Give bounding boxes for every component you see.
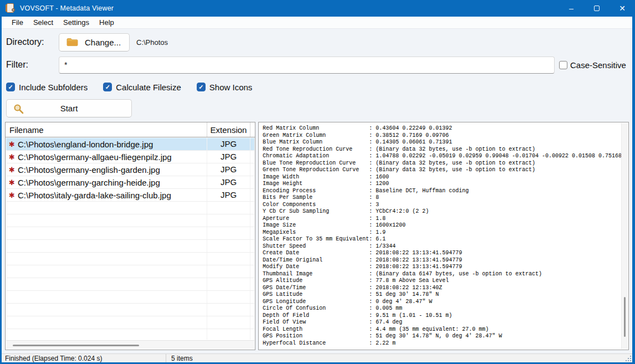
menu-help[interactable]: Help xyxy=(94,18,119,27)
metadata-panel: Red Matrix Column : 0.43604 0.22249 0.01… xyxy=(258,122,629,350)
folder-icon xyxy=(66,38,78,47)
options-row: ✓Include Subfolders✓Calculate Filesize✓S… xyxy=(6,81,628,93)
image-file-icon: ✱ xyxy=(6,166,18,174)
vertical-scrollbar[interactable] xyxy=(621,123,628,349)
table-row-empty xyxy=(6,253,254,265)
filename-cell: C:\Photos\germany-english-garden.jpg xyxy=(18,165,160,175)
start-button-label: Start xyxy=(60,104,78,113)
image-file-icon: ✱ xyxy=(6,191,18,199)
metadata-text: Red Matrix Column : 0.43604 0.22249 0.01… xyxy=(263,125,619,347)
horizontal-scrollbar-thumb[interactable] xyxy=(13,345,139,346)
filename-cell: C:\Photos\italy-garda-lake-sailing-club.… xyxy=(18,191,171,200)
case-sensitive-checkbox[interactable]: Case-Sensitive xyxy=(559,60,626,70)
file-list-panel: Filename Extension ✱C:\Photos\england-lo… xyxy=(5,122,255,350)
checkbox-checked-icon: ✓ xyxy=(197,83,206,91)
window-title: VOVSOFT - Metadata Viewer xyxy=(20,4,114,12)
table-row[interactable]: ✱C:\Photos\germany-english-garden.jpgJPG xyxy=(6,163,254,176)
extension-cell xyxy=(207,253,250,265)
table-row-empty xyxy=(6,304,254,316)
app-window: VOVSOFT - Metadata Viewer – ✕ FileSelect… xyxy=(0,0,635,364)
main-content: Directory: Change... C:\Photos Filter: C… xyxy=(2,29,632,353)
search-icon xyxy=(13,104,24,114)
table-row-empty xyxy=(6,329,254,340)
start-button[interactable]: Start xyxy=(6,99,132,117)
checkbox-show-icons[interactable]: ✓Show Icons xyxy=(197,81,253,93)
extension-cell: JPG xyxy=(207,163,250,176)
menu-select[interactable]: Select xyxy=(28,18,58,27)
directory-path: C:\Photos xyxy=(136,38,168,47)
extension-cell xyxy=(207,214,250,227)
extension-cell: JPG xyxy=(207,138,250,150)
extension-cell xyxy=(207,265,250,278)
image-file-icon: ✱ xyxy=(6,178,18,187)
table-row[interactable]: ✱C:\Photos\germany-allgaeu-fliegenpilz.j… xyxy=(6,151,254,163)
menu-bar: FileSelectSettingsHelp xyxy=(2,17,632,29)
extension-cell xyxy=(207,227,250,239)
table-row[interactable]: ✱C:\Photos\england-london-bridge.jpgJPG xyxy=(6,138,254,151)
filename-cell: C:\Photos\germany-garching-heide.jpg xyxy=(18,178,160,187)
checkbox-label: Calculate Filesize xyxy=(116,83,181,92)
extension-cell: JPG xyxy=(207,151,250,163)
title-bar: VOVSOFT - Metadata Viewer – ✕ xyxy=(0,0,635,17)
table-row-empty xyxy=(6,227,254,240)
app-icon xyxy=(6,3,16,13)
checkbox-calculate-filesize[interactable]: ✓Calculate Filesize xyxy=(103,81,181,93)
close-icon: ✕ xyxy=(619,4,626,13)
table-row-empty xyxy=(6,265,254,278)
image-file-icon: ✱ xyxy=(6,153,18,161)
change-button-label: Change... xyxy=(85,38,121,47)
status-bar: Finished (Elapsed Time: 0.024 s) 5 items xyxy=(2,353,632,362)
table-row-empty xyxy=(6,278,254,291)
checkbox-include-subfolders[interactable]: ✓Include Subfolders xyxy=(6,81,88,93)
maximize-button[interactable] xyxy=(584,0,610,17)
column-header-filename[interactable]: Filename xyxy=(6,122,207,137)
extension-cell xyxy=(207,240,250,252)
resize-grip-icon[interactable] xyxy=(625,355,632,362)
extension-cell xyxy=(207,278,250,290)
minimize-icon: – xyxy=(569,4,573,13)
item-count: 5 items xyxy=(166,355,193,362)
extension-cell xyxy=(207,304,250,316)
maximize-icon xyxy=(594,6,600,11)
checkbox-checked-icon: ✓ xyxy=(103,83,112,91)
checkbox-checked-icon: ✓ xyxy=(6,83,15,91)
vertical-scrollbar-thumb[interactable] xyxy=(624,297,626,337)
case-sensitive-label: Case-Sensitive xyxy=(570,60,626,70)
extension-cell: JPG xyxy=(207,189,250,201)
table-row[interactable]: ✱C:\Photos\italy-garda-lake-sailing-club… xyxy=(6,189,254,202)
table-row[interactable]: ✱C:\Photos\germany-garching-heide.jpgJPG xyxy=(6,176,254,189)
checkbox-unchecked-icon xyxy=(559,61,567,69)
filter-label: Filter: xyxy=(6,60,59,70)
table-row-empty xyxy=(6,202,254,214)
status-message: Finished (Elapsed Time: 0.024 s) xyxy=(2,354,166,362)
directory-label: Directory: xyxy=(6,37,59,47)
extension-cell xyxy=(207,329,250,340)
filter-input[interactable] xyxy=(59,57,555,74)
table-row-empty xyxy=(6,240,254,253)
table-row-empty xyxy=(6,316,254,329)
extension-cell xyxy=(207,202,250,214)
minimize-button[interactable]: – xyxy=(559,0,584,17)
column-header-extension[interactable]: Extension xyxy=(207,122,250,137)
close-button[interactable]: ✕ xyxy=(610,0,635,17)
extension-cell xyxy=(207,291,250,303)
table-row-empty xyxy=(6,291,254,304)
change-directory-button[interactable]: Change... xyxy=(59,33,130,52)
checkbox-label: Show Icons xyxy=(209,83,253,92)
filename-cell: C:\Photos\germany-allgaeu-fliegenpilz.jp… xyxy=(18,152,172,162)
extension-cell xyxy=(207,316,250,329)
menu-settings[interactable]: Settings xyxy=(58,18,94,27)
table-header: Filename Extension xyxy=(6,122,255,137)
image-file-icon: ✱ xyxy=(6,140,18,148)
extension-cell: JPG xyxy=(207,176,250,188)
filename-cell: C:\Photos\england-london-bridge.jpg xyxy=(18,140,153,149)
table-row-empty xyxy=(6,214,254,227)
file-table-body: ✱C:\Photos\england-london-bridge.jpgJPG✱… xyxy=(6,138,254,340)
horizontal-scrollbar[interactable] xyxy=(6,340,254,349)
menu-file[interactable]: File xyxy=(7,18,28,27)
checkbox-label: Include Subfolders xyxy=(19,83,88,92)
